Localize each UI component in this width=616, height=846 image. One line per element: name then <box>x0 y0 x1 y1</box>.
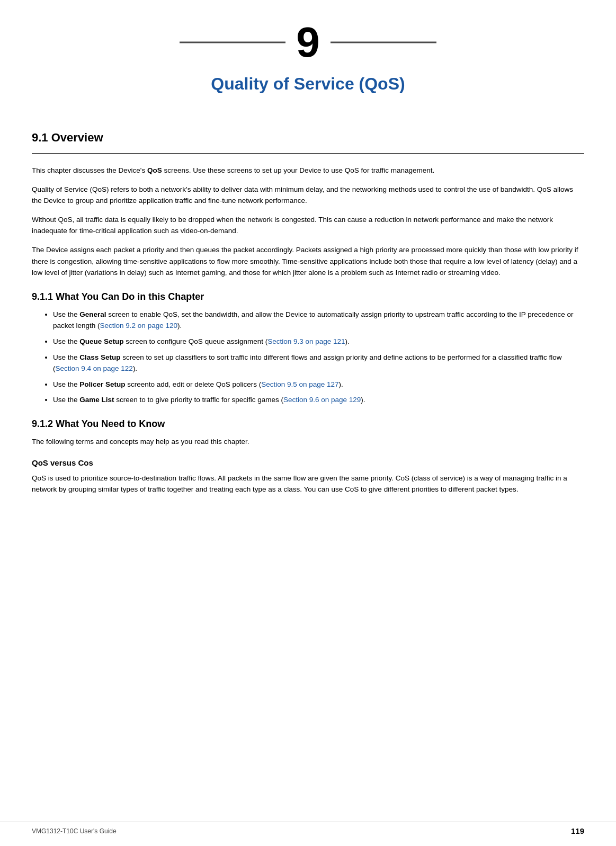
section-9-1-1-heading: 9.1.1 What You Can Do in this Chapter <box>32 291 584 302</box>
paragraph-3: Without QoS, all traffic data is equally… <box>32 214 584 237</box>
qos-vs-cos-text: QoS is used to prioritize source-to-dest… <box>32 473 584 495</box>
bullet-item-2: Use the Queue Setup screen to configure … <box>53 336 584 348</box>
bold-class-setup: Class Setup <box>79 353 120 361</box>
main-content: 9.1 Overview This chapter discusses the … <box>0 131 616 535</box>
bullet-item-4: Use the Policer Setup screento add, edit… <box>53 379 584 390</box>
section-9-1-2-heading: 9.1.2 What You Need to Know <box>32 418 584 430</box>
chapter-header: 9 Quality of Service (QoS) <box>0 0 616 126</box>
bold-qos: QoS <box>147 166 162 174</box>
link-section-9-6[interactable]: Section 9.6 on page 129 <box>283 396 361 404</box>
section-9-1-2-intro: The following terms and concepts may hel… <box>32 436 584 448</box>
paragraph-4: The Device assigns each packet a priorit… <box>32 244 584 279</box>
bold-queue-setup: Queue Setup <box>79 337 123 345</box>
chapter-number: 9 <box>296 21 320 64</box>
bullet-item-1: Use the General screen to enable QoS, se… <box>53 309 584 332</box>
bold-general: General <box>79 310 106 318</box>
page-container: 9 Quality of Service (QoS) 9.1 Overview … <box>0 0 616 846</box>
link-section-9-5[interactable]: Section 9.5 on page 127 <box>261 380 338 388</box>
footer-page-number: 119 <box>571 826 584 835</box>
link-section-9-4[interactable]: Section 9.4 on page 122 <box>56 364 133 372</box>
section-9-1-2: 9.1.2 What You Need to Know The followin… <box>32 418 584 495</box>
bullet-list: Use the General screen to enable QoS, se… <box>53 309 584 406</box>
section-9-1: 9.1 Overview This chapter discusses the … <box>32 131 584 279</box>
chapter-number-box: 9 <box>296 21 320 64</box>
section-9-1-heading: 9.1 Overview <box>32 131 584 145</box>
qos-vs-cos-heading: QoS versus Cos <box>32 458 584 467</box>
bullet-item-5: Use the Game List screen to to give prio… <box>53 394 584 406</box>
section-divider <box>32 153 584 154</box>
chapter-title: Quality of Service (QoS) <box>211 74 405 94</box>
bold-policer-setup: Policer Setup <box>79 380 125 388</box>
paragraph-2: Quality of Service (QoS) refers to both … <box>32 184 584 207</box>
link-section-9-2[interactable]: Section 9.2 on page 120 <box>100 322 177 330</box>
section-9-1-1: 9.1.1 What You Can Do in this Chapter Us… <box>32 291 584 406</box>
footer-left-text: VMG1312-T10C User's Guide <box>32 827 117 835</box>
bullet-item-3: Use the Class Setup screen to set up cla… <box>53 352 584 375</box>
bold-game-list: Game List <box>79 396 114 404</box>
link-section-9-3[interactable]: Section 9.3 on page 121 <box>267 337 345 345</box>
footer: VMG1312-T10C User's Guide 119 <box>0 822 616 835</box>
paragraph-1: This chapter discusses the Device's QoS … <box>32 165 584 176</box>
